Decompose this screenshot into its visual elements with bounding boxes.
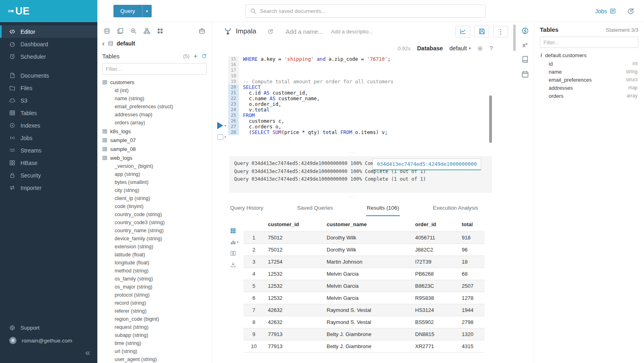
database-select[interactable]: default ▾ [449, 45, 471, 52]
query-name-input[interactable] [286, 28, 328, 35]
assist-table[interactable]: k8s_logs [97, 127, 212, 136]
active-table[interactable]: i default.customers [540, 52, 638, 58]
jobs-link[interactable]: Jobs [595, 8, 616, 14]
assist-column[interactable]: country_code (string) [97, 210, 212, 219]
assist-column[interactable]: country_code3 (string) [97, 219, 212, 227]
assist-column[interactable]: longitude (float) [97, 259, 212, 267]
sidebar-item-security[interactable]: Security [0, 169, 97, 182]
editor-scrollbar[interactable] [489, 95, 492, 143]
assist-column[interactable]: bytes (smallint) [97, 178, 212, 186]
assist-column[interactable]: method (string) [97, 267, 212, 275]
assist-column[interactable]: app (string) [97, 170, 212, 178]
apps-icon[interactable] [157, 28, 163, 34]
sidebar-item-importer[interactable]: Importer [0, 182, 97, 194]
right-column[interactable]: namestring [540, 68, 638, 76]
history-icon[interactable] [627, 8, 634, 15]
snippet-options-button[interactable]: ▾ [217, 134, 226, 140]
assist-column[interactable]: os_family (string) [97, 275, 212, 283]
sidebar-item-support[interactable]: Support [0, 321, 97, 334]
assist-column[interactable]: url (string) [97, 347, 212, 355]
tab-query-history[interactable]: Query History [229, 201, 264, 216]
assist-column[interactable]: protocol (string) [97, 291, 212, 299]
refresh-icon[interactable] [202, 54, 207, 59]
assist-column[interactable]: id (int) [97, 87, 212, 95]
assist-column[interactable]: subapp (string) [97, 331, 212, 339]
grid-view-icon[interactable] [230, 228, 236, 234]
main-scrollbar[interactable] [513, 25, 516, 51]
sidebar-item-scheduler[interactable]: Scheduler [0, 50, 97, 63]
code-editor[interactable]: 15WHERE a.key = 'shipping' and a.zip_cod… [228, 56, 492, 135]
assist-column[interactable]: latitude (float) [97, 251, 212, 259]
sidebar-item-indexes[interactable]: Indexes [0, 119, 97, 132]
right-column[interactable]: idint [540, 60, 638, 68]
search-input[interactable] [260, 8, 481, 14]
save-button[interactable] [474, 26, 489, 37]
sidebar-item-jobs[interactable]: Jobs [0, 132, 97, 144]
add-table-button[interactable]: + [193, 53, 198, 60]
tab-saved-queries[interactable]: Saved Queries [296, 201, 334, 216]
assist-table[interactable]: customers [97, 78, 212, 87]
results-header-customer_id[interactable]: customer_id [264, 218, 323, 232]
language-reference-icon[interactable] [521, 56, 529, 63]
help-icon[interactable]: ? [490, 45, 493, 52]
hue-logo[interactable]: UE [0, 0, 97, 22]
assist-column[interactable]: name (string) [97, 95, 212, 103]
query-button[interactable]: Query [113, 5, 142, 17]
sidebar-item-tables[interactable]: Tables [0, 107, 97, 119]
assist-column[interactable]: referer (string) [97, 307, 212, 315]
columns-icon[interactable] [230, 250, 236, 256]
assist-column[interactable]: addresses (map) [97, 111, 212, 119]
resize-handle[interactable]: ··· [212, 196, 492, 199]
more-actions-button[interactable]: ⋮ [493, 26, 508, 37]
assist-table[interactable]: sample_08 [97, 144, 212, 153]
assist-column[interactable]: request (string) [97, 323, 212, 331]
assist-column[interactable]: orders (array) [97, 119, 212, 127]
results-header-customer_name[interactable]: customer_name [323, 218, 412, 232]
download-icon[interactable] [230, 262, 236, 268]
assist-column[interactable]: email_preferences (struct) [97, 103, 212, 111]
resize-handle[interactable]: ··· [212, 151, 492, 154]
functions-icon[interactable]: x² [523, 42, 527, 48]
query-history-icon[interactable] [267, 29, 274, 35]
assistant-icon[interactable] [521, 27, 529, 35]
tab-results-106-[interactable]: Results (106) [366, 201, 400, 216]
gear-icon[interactable] [477, 45, 483, 52]
database-name[interactable]: default [117, 40, 135, 47]
assist-filter-input[interactable] [102, 63, 207, 74]
assist-column[interactable]: os_major (string) [97, 283, 212, 291]
sidebar-item-hbase[interactable]: HBase [0, 157, 97, 169]
sidebar-item-s3[interactable]: S3 [0, 94, 97, 107]
right-column[interactable]: email_preferencesstruct [540, 76, 638, 84]
back-chevron-icon[interactable]: ‹ [102, 40, 105, 47]
results-table[interactable]: customer_idcustomer_nameorder_idtotal 17… [243, 218, 485, 353]
assist-column[interactable]: device_family (string) [97, 235, 212, 243]
sidebar-item-editor[interactable]: Editor [0, 25, 97, 38]
chart-button[interactable] [455, 26, 470, 37]
sidebar-item-user[interactable]: R romain@gethue.com [0, 334, 97, 347]
right-column[interactable]: ordersarray [540, 92, 638, 100]
assist-table[interactable]: web_logs [97, 153, 212, 162]
storage-bag-icon[interactable] [199, 28, 205, 34]
assist-column[interactable]: city (string) [97, 186, 212, 194]
assist-column[interactable]: client_ip (string) [97, 194, 212, 202]
results-header-total[interactable]: total [458, 218, 485, 232]
assist-column[interactable]: code (tinyint) [97, 202, 212, 210]
assist-column[interactable]: extension (string) [97, 243, 212, 251]
assist-column[interactable]: time (string) [97, 339, 212, 347]
right-filter-input[interactable] [540, 37, 638, 48]
assist-table[interactable]: sample_07 [97, 136, 212, 144]
sidebar-item-dashboard[interactable]: Dashboard [0, 38, 97, 50]
query-caret-button[interactable]: ▾ [142, 5, 152, 17]
documents-icon[interactable] [117, 28, 123, 34]
execute-button[interactable]: ▾ [217, 122, 226, 129]
assist-column[interactable]: country_name (string) [97, 227, 212, 235]
sidebar-item-streams[interactable]: Streams [0, 144, 97, 157]
bar-chart-icon[interactable] [230, 239, 236, 245]
schedule-icon[interactable] [521, 70, 529, 78]
results-header-order_id[interactable]: order_id [412, 218, 458, 232]
sidebar-item-files[interactable]: Files [0, 82, 97, 94]
sidebar-collapse-button[interactable]: « [85, 348, 90, 358]
query-description-input[interactable] [331, 29, 379, 35]
databases-icon[interactable] [104, 28, 110, 34]
tab-execution-analysis[interactable]: Execution Analysis [432, 201, 479, 216]
